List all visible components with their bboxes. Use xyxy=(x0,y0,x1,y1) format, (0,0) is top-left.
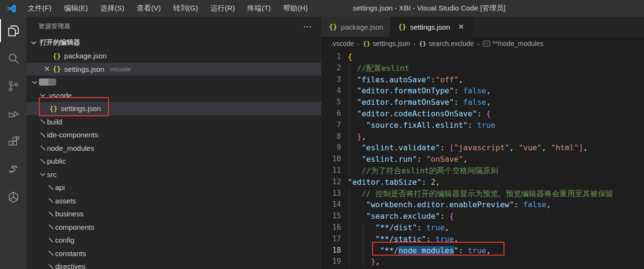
code-line-18[interactable]: 18"**/node_modules": true, xyxy=(321,245,644,257)
menu-0[interactable]: 文件(F) xyxy=(22,0,58,17)
code-line-7[interactable]: 7"source.fixAll.eslint": true xyxy=(321,120,644,131)
line-number: 16 xyxy=(321,222,341,234)
open-editors-section[interactable]: 打开的编辑器 xyxy=(26,36,321,49)
tree-item-build[interactable]: build xyxy=(26,115,321,129)
folder-label: constants xyxy=(55,249,86,258)
menu-2[interactable]: 选择(S) xyxy=(94,0,130,17)
menu-6[interactable]: 终端(T) xyxy=(241,0,277,17)
menu-1[interactable]: 编辑(E) xyxy=(58,0,94,17)
indent-guide xyxy=(363,234,363,245)
open-editor-package.json[interactable]: {}package.json xyxy=(26,49,321,63)
tree-item-assets[interactable]: assets xyxy=(26,194,321,208)
breadcrumb-separator: › xyxy=(357,40,359,47)
menu-bar: 文件(F)编辑(E)选择(S)查看(V)转到(G)运行(R)终端(T)帮助(H) xyxy=(22,0,314,17)
indent-guide xyxy=(349,108,350,120)
tree-item-root[interactable] xyxy=(26,76,321,89)
code-line-5[interactable]: 5"editor.formatOnSave": false, xyxy=(321,97,644,108)
tab-settings.json[interactable]: {}settings.json✕ xyxy=(390,17,472,37)
tree-item-business[interactable]: business xyxy=(26,207,321,221)
code-line-4[interactable]: 4"editor.formatOnType": false, xyxy=(321,85,644,97)
breadcrumb-3[interactable]: ‹›**/node_modules xyxy=(483,40,544,47)
extensions-icon[interactable] xyxy=(0,128,26,156)
code-line-8[interactable]: 8}, xyxy=(321,131,644,143)
line-number: 5 xyxy=(321,97,341,108)
folder-label: node_modules xyxy=(47,144,94,152)
hexagon-extension-icon[interactable] xyxy=(0,183,26,211)
indent-guide xyxy=(363,222,363,234)
title-bar: 文件(F)编辑(E)选择(S)查看(V)转到(G)运行(R)终端(T)帮助(H)… xyxy=(0,0,644,17)
tree-item-node_modules[interactable]: node_modules xyxy=(26,142,321,155)
tree-item-directives[interactable]: directives xyxy=(26,260,321,269)
code-line-10[interactable]: 10"eslint.run": "onSave", xyxy=(321,154,644,165)
close-icon[interactable]: ✕ xyxy=(41,65,53,73)
line-number: 12 xyxy=(321,177,341,188)
code-line-6[interactable]: 6"editor.codeActionsOnSave": { xyxy=(321,108,644,120)
tree-item-config[interactable]: config xyxy=(26,234,321,247)
open-editor-settings.json[interactable]: ✕{}settings.json.vscode xyxy=(26,63,321,76)
code-line-2[interactable]: 2//配置eslint xyxy=(321,63,644,74)
line-text: "**/static": true, xyxy=(375,234,458,245)
tab-label: package.json xyxy=(341,23,383,31)
tab-package.json[interactable]: {}package.json xyxy=(321,17,390,37)
code-line-19[interactable]: 19}, xyxy=(321,256,644,268)
explorer-icon[interactable] xyxy=(0,17,26,45)
explorer-sidebar: 资源管理器 ⋯ 打开的编辑器 {}package.json✕{}settings… xyxy=(26,17,321,269)
indent-guide xyxy=(349,256,350,268)
line-number: 14 xyxy=(321,199,341,211)
code-line-1[interactable]: 1{ xyxy=(321,51,644,63)
indent-guide xyxy=(349,154,350,165)
indent-guide xyxy=(349,199,350,211)
tree-item-constants[interactable]: constants xyxy=(26,247,321,260)
indent-guide xyxy=(349,188,350,200)
tree-item-ide-components[interactable]: ide-components xyxy=(26,128,321,142)
line-number: 18 xyxy=(321,245,341,257)
chevron-right-icon xyxy=(47,223,55,231)
source-control-icon[interactable] xyxy=(0,72,26,100)
code-line-3[interactable]: 3"files.autoSave":"off", xyxy=(321,74,644,86)
window-title: settings.json - XBI - Visual Studio Code… xyxy=(352,0,505,17)
folder-label: build xyxy=(47,118,62,126)
close-icon[interactable]: ✕ xyxy=(457,22,466,31)
code-line-15[interactable]: 15"search.exclude": { xyxy=(321,211,644,222)
tree-item-.vscode[interactable]: .vscode xyxy=(26,89,321,102)
code-line-16[interactable]: 16"**/dist": true, xyxy=(321,222,644,234)
breadcrumb-2[interactable]: {}search.exclude xyxy=(419,40,474,47)
line-text: "editor.formatOnType": false, xyxy=(357,85,491,97)
line-number: 9 xyxy=(321,142,341,154)
code-line-13[interactable]: 13// 控制是否将打开的编辑器显示为预览。预览编辑器将会重用至其被保留 xyxy=(321,188,644,200)
tree-item-components[interactable]: components xyxy=(26,221,321,234)
s-extension-icon[interactable] xyxy=(0,156,26,183)
run-debug-icon[interactable] xyxy=(0,100,26,128)
indent-guide xyxy=(349,63,350,74)
line-number: 3 xyxy=(321,74,341,86)
symbol-icon: ‹› xyxy=(483,41,490,46)
editor-group: {}package.json{}settings.json✕ .vscode›{… xyxy=(321,17,644,269)
indent-guide xyxy=(349,245,350,257)
chevron-right-icon xyxy=(38,144,47,152)
search-icon[interactable] xyxy=(0,45,26,72)
breadcrumb-0[interactable]: .vscode xyxy=(331,40,354,47)
json-file-icon: {} xyxy=(53,65,61,73)
menu-3[interactable]: 查看(V) xyxy=(130,0,167,17)
line-text: }, xyxy=(357,131,366,143)
menu-5[interactable]: 运行(R) xyxy=(204,0,241,17)
tree-item-src[interactable]: src xyxy=(26,168,321,181)
code-line-9[interactable]: 9"eslint.validate": ["javascript", "vue"… xyxy=(321,142,644,154)
code-line-17[interactable]: 17"**/static": true, xyxy=(321,234,644,245)
json-icon: {} xyxy=(363,40,371,47)
tree-item-api[interactable]: api xyxy=(26,181,321,194)
tree-item-settings.json[interactable]: {}settings.json xyxy=(26,102,321,115)
indent-guide xyxy=(363,245,363,257)
breadcrumb-1[interactable]: {}settings.json xyxy=(363,40,410,47)
code-line-12[interactable]: 12"editor.tabSize": 2, xyxy=(321,177,644,188)
menu-4[interactable]: 转到(G) xyxy=(167,0,204,17)
menu-7[interactable]: 帮助(H) xyxy=(277,0,314,17)
code-editor[interactable]: 1{2//配置eslint3"files.autoSave":"off",4"e… xyxy=(321,50,644,269)
line-number: 8 xyxy=(321,131,341,143)
line-text: { xyxy=(348,51,352,63)
code-line-11[interactable]: 11//为了符合eslint的两个空格间隔原则 xyxy=(321,165,644,177)
tree-item-public[interactable]: public xyxy=(26,155,321,168)
more-actions-icon[interactable]: ⋯ xyxy=(303,21,313,32)
line-number: 2 xyxy=(321,63,341,74)
code-line-14[interactable]: 14"workbench.editor.enablePreview": fals… xyxy=(321,199,644,211)
